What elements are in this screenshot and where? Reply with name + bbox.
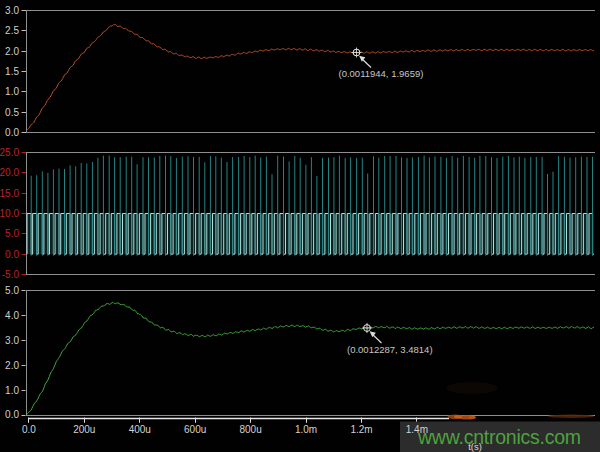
svg-text:25.0: 25.0	[0, 147, 19, 158]
svg-text:2.0: 2.0	[5, 46, 19, 57]
svg-text:1.0: 1.0	[5, 86, 19, 97]
svg-text:-5.0: -5.0	[2, 269, 20, 280]
svg-text:5.0: 5.0	[5, 228, 19, 239]
svg-text:800u: 800u	[239, 424, 261, 435]
svg-text:0.0: 0.0	[22, 424, 36, 435]
svg-text:1.5: 1.5	[5, 66, 19, 77]
svg-text:5.0: 5.0	[5, 285, 19, 296]
svg-text:200u: 200u	[73, 424, 95, 435]
svg-text:(0.0011944, 1.9659): (0.0011944, 1.9659)	[339, 68, 424, 79]
svg-text:0.0: 0.0	[5, 409, 19, 420]
svg-text:10.0: 10.0	[0, 208, 19, 219]
svg-text:0.0: 0.0	[5, 249, 19, 260]
svg-text:3.0: 3.0	[5, 5, 19, 16]
svg-text:0.5: 0.5	[5, 107, 19, 118]
svg-text:3.0: 3.0	[5, 335, 19, 346]
svg-text:4.0: 4.0	[5, 310, 19, 321]
svg-text:2.0: 2.0	[5, 360, 19, 371]
svg-text:400u: 400u	[129, 424, 151, 435]
svg-text:600u: 600u	[184, 424, 206, 435]
svg-text:www.cntronics.com: www.cntronics.com	[417, 426, 581, 448]
svg-text:t(s): t(s)	[468, 441, 482, 452]
svg-text:1.0: 1.0	[5, 385, 19, 396]
svg-text:15.0: 15.0	[0, 188, 19, 199]
svg-text:(0.0012287, 3.4814): (0.0012287, 3.4814)	[347, 344, 433, 355]
svg-text:20.0: 20.0	[0, 167, 19, 178]
svg-text:1.0m: 1.0m	[295, 424, 317, 435]
svg-text:1.2m: 1.2m	[350, 424, 372, 435]
svg-text:2.5: 2.5	[5, 25, 19, 36]
svg-text:0.0: 0.0	[5, 127, 19, 138]
